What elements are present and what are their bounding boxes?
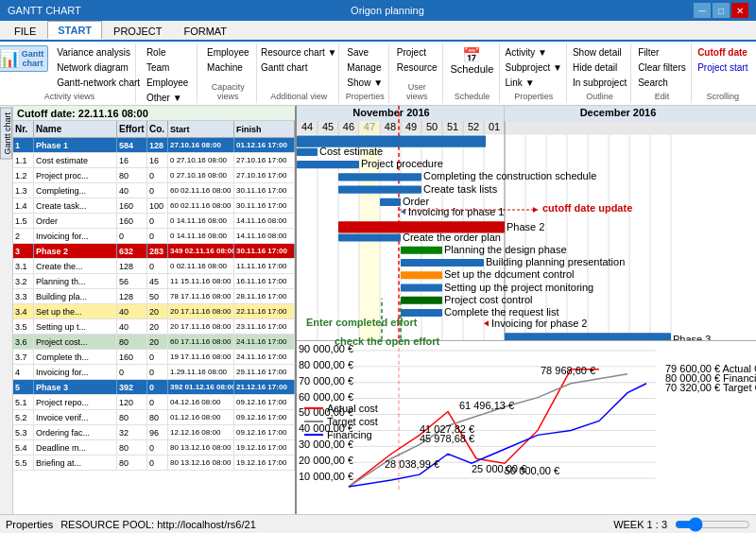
window-controls[interactable]: ─ □ ✕ [694,3,748,18]
cutoff-date-button[interactable]: Cutoff date [693,45,752,60]
cutoff-date-bar: Cutoff date: 22.11.16 08:00 [13,106,295,121]
table-row[interactable]: 1.4 Create task... 160 100 60 02.11.16 0… [13,198,295,214]
actual-cost-line [304,407,323,409]
row-name: Phase 1 [34,138,117,152]
link-button[interactable]: Link ▼ [501,76,567,90]
svg-text:10 000,00 €: 10 000,00 € [299,471,353,482]
gantt-sidebar-button[interactable]: Gantt chart [0,108,12,160]
table-row[interactable]: 1.5 Order 160 0 0 14.11.16 08:00 14.11.1… [13,214,295,229]
row-co: 0 [147,456,168,470]
clear-filters-button[interactable]: Clear filters [633,60,691,75]
schedule-button[interactable]: 📅 Schedule [446,45,499,77]
ribbon-group-properties2: Activity ▼ Subproject ▼ Link ▼ Propertie… [502,43,567,103]
row-name: Phase 3 [34,380,117,394]
window-title: Origon planning [351,5,424,16]
row-co: 96 [147,425,168,439]
row-nr: 1.4 [13,198,34,213]
row-finish: 24.11.16 17:00 [234,350,295,364]
employee-views-button[interactable]: Employee [142,76,193,90]
resource-button[interactable]: Resource [392,60,442,75]
table-row[interactable]: 5.1 Project repo... 120 0 04.12.16 08:00… [13,395,295,410]
tab-start[interactable]: START [47,21,102,40]
resource-chart-button[interactable]: Resource chart ▼ [256,45,341,60]
row-finish: 19.12.16 17:00 [234,440,295,455]
table-row[interactable]: 3 Phase 2 632 283 349 02.11.16 08:00 30.… [13,244,295,259]
tab-project[interactable]: PROJECT [103,21,172,40]
network-diagram-button[interactable]: Network diagram [52,60,145,75]
ribbon-tabs: FILE START PROJECT FORMAT [0,21,756,42]
filter-button[interactable]: Filter [633,45,691,60]
gantt-chart-view-button[interactable]: Gantt chart [256,60,341,75]
svg-text:Setting up the project monitor: Setting up the project monitoring [444,281,593,292]
table-row[interactable]: 3.3 Building pla... 128 50 78 17.11.16 0… [13,289,295,304]
table-row[interactable]: 3.4 Set up the... 40 20 20 17.11.16 08:0… [13,304,295,319]
svg-text:Project cost control: Project cost control [444,294,532,305]
table-row[interactable]: 1.3 Completing... 40 0 60 02.11.16 08:00… [13,183,295,198]
table-row[interactable]: 4 Invoicing for... 0 0 1.29.11.16 08:00 … [13,365,295,380]
table-row[interactable]: 3.7 Complete th... 160 0 19 17.11.16 08:… [13,350,295,365]
show-button[interactable]: Show ▼ [342,76,387,90]
row-name: Create task... [34,198,117,213]
ribbon-group-schedule: 📅 Schedule Schedule [445,43,499,103]
svg-rect-73 [401,297,442,304]
employee-capacity-button[interactable]: Employee [202,45,253,60]
table-row[interactable]: 1.1 Cost estimate 16 16 0 27.10.16 08:00… [13,153,295,168]
row-nr: 3.4 [13,304,34,318]
variance-analysis-button[interactable]: Variance analysis [52,45,145,60]
row-name: Deadline m... [34,440,117,455]
table-row[interactable]: 5.3 Ordering fac... 32 96 12.12.16 08:00… [13,425,295,440]
tab-file[interactable]: FILE [4,21,46,40]
table-row[interactable]: 3.1 Create the... 128 0 0 02.11.16 08:00… [13,259,295,274]
show-detail-button[interactable]: Show detail [568,45,631,60]
row-name: Phase 2 [34,244,117,258]
title-left: GANTT CHART [8,5,81,16]
activity-button[interactable]: Activity ▼ [501,45,567,60]
target-cost-label: Target cost [327,416,378,427]
role-button[interactable]: Role [142,45,193,60]
manage-button[interactable]: Manage [342,60,387,75]
table-row[interactable]: 3.2 Planning th... 56 45 11 15.11.16 08:… [13,274,295,289]
close-button[interactable]: ✕ [731,3,748,18]
in-subproject-button[interactable]: In subproject [568,76,631,90]
ribbon-group-additional-view: Resource chart ▼ Gantt chart Additional … [259,43,339,103]
row-finish: 11.11.16 17:00 [234,259,295,273]
project-button[interactable]: Project [392,45,442,60]
row-name: Project cost... [34,335,117,349]
minimize-button[interactable]: ─ [694,3,711,18]
zoom-slider[interactable] [675,520,750,529]
row-effort: 80 [117,335,147,349]
row-nr: 1.2 [13,168,34,182]
row-effort: 128 [117,289,147,303]
hide-detail-button[interactable]: Hide detail [568,60,631,75]
search-button[interactable]: Search [633,76,691,90]
team-button[interactable]: Team [142,60,193,75]
table-row[interactable]: 5.4 Deadline m... 80 0 80 13.12.16 08:00… [13,440,295,456]
row-start: 20 17.11.16 08:00 [168,319,234,334]
machine-button[interactable]: Machine [202,60,253,75]
subproject-button[interactable]: Subproject ▼ [501,60,567,75]
svg-text:cutoff date update: cutoff date update [542,202,632,214]
tab-format[interactable]: FORMAT [173,21,237,40]
row-effort: 632 [117,244,147,258]
table-row[interactable]: 3.5 Setting up t... 40 20 20 17.11.16 08… [13,319,295,335]
table-row[interactable]: 5.5 Briefing at... 80 0 80 13.12.16 08:0… [13,456,295,471]
ribbon-group-content-schedule: 📅 Schedule [446,45,499,92]
row-finish: 27.10.16 17:00 [234,168,295,182]
table-row[interactable]: 1 Phase 1 584 128 27.10.16 08:00 01.12.1… [13,138,295,153]
svg-text:61 496,13 €: 61 496,13 € [459,400,514,411]
ribbon-group-resource-views: Role Team Employee Other ▼ Resource view… [138,43,198,103]
other-button[interactable]: Other ▼ [142,91,193,105]
gantt-network-button[interactable]: Gantt-network chart [52,76,145,90]
save-button[interactable]: Save [342,45,387,60]
svg-marker-77 [484,320,489,326]
gantt-chart-button[interactable]: 📊 Ganttchart [0,45,48,72]
project-start-button[interactable]: Project start [693,60,752,75]
header-nr: Nr. [13,121,34,137]
table-row[interactable]: 2 Invoicing for... 0 0 0 14.11.16 08:00 … [13,229,295,244]
maximize-button[interactable]: □ [713,3,730,18]
table-row[interactable]: 3.6 Project cost... 80 20 60 17.11.16 08… [13,335,295,350]
table-row[interactable]: 5.2 Invoice verif... 80 80 01.12.16 08:0… [13,410,295,425]
table-row[interactable]: 5 Phase 3 392 0 392 01.12.16 08:00 21.12… [13,380,295,395]
table-row[interactable]: 1.2 Project proc... 80 0 0 27.10.16 08:0… [13,168,295,183]
row-co: 0 [147,214,168,228]
